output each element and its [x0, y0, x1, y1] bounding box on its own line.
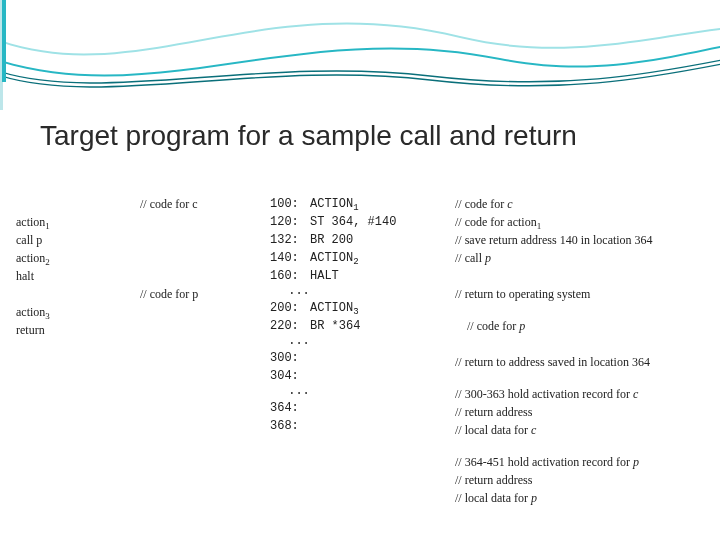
rc-code-for-c: // code for c	[455, 195, 715, 213]
rc-local-c: // local data for c	[455, 421, 715, 439]
pseudo-comments-column: // code for c // code for p	[140, 195, 250, 303]
instr-halt: HALT	[310, 267, 430, 285]
pseudo-call-p: call p	[16, 231, 126, 249]
slide-content: action1 call p action2 halt action3 retu…	[0, 195, 720, 495]
svg-rect-0	[0, 0, 3, 110]
instr-action1: ACTION1	[310, 195, 430, 213]
pseudo-return: return	[16, 321, 126, 339]
slide-title: Target program for a sample call and ret…	[40, 120, 577, 152]
rc-call-p: // call p	[455, 249, 715, 267]
rc-code-for-p: // code for p	[455, 317, 715, 335]
rc-return-saved: // return to address saved in location 3…	[455, 353, 715, 371]
instr-action2: ACTION2	[310, 249, 430, 267]
pseudo-code-column: action1 call p action2 halt action3 retu…	[16, 195, 126, 339]
pseudo-action2: action2	[16, 251, 50, 265]
instruction-column: ACTION1 ST 364, #140 BR 200 ACTION2 HALT…	[310, 195, 430, 435]
wave-decoration	[0, 0, 720, 110]
pseudo-action1: action1	[16, 215, 50, 229]
comment-code-for-c: // code for c	[140, 195, 250, 213]
right-comments-column: // code for c // code for action1 // sav…	[455, 195, 715, 507]
pseudo-halt: halt	[16, 267, 126, 285]
instr-st: ST 364, #140	[310, 213, 430, 231]
instr-br-364: BR *364	[310, 317, 430, 335]
rc-local-p: // local data for p	[455, 489, 715, 507]
rc-return-os: // return to operating system	[455, 285, 715, 303]
rc-save-return: // save return address 140 in location 3…	[455, 231, 715, 249]
rc-ret-addr-c: // return address	[455, 403, 715, 421]
rc-code-for-action1: // code for action1	[455, 213, 715, 231]
instr-br-200: BR 200	[310, 231, 430, 249]
rc-ar-p: // 364-451 hold activation record for p	[455, 453, 715, 471]
comment-code-for-p: // code for p	[140, 285, 250, 303]
svg-rect-1	[2, 0, 6, 82]
pseudo-action3: action3	[16, 305, 50, 319]
instr-action3: ACTION3	[310, 299, 430, 317]
rc-ar-c: // 300-363 hold activation record for c	[455, 385, 715, 403]
rc-ret-addr-p: // return address	[455, 471, 715, 489]
